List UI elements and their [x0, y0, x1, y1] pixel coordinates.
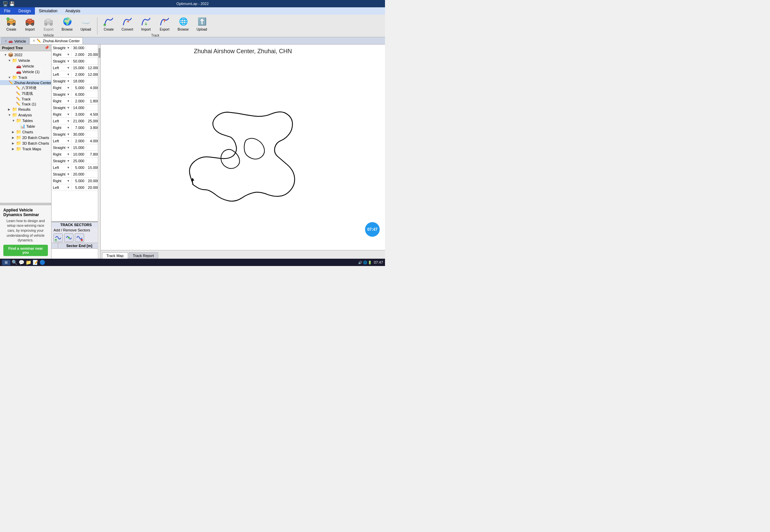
track-length-cell[interactable]: 14.000: [71, 106, 86, 110]
seminar-button[interactable]: Find a seminar near you: [3, 245, 48, 256]
tree-item-2022[interactable]: ▼ 📦 2022: [0, 52, 51, 58]
track-type-cell[interactable]: Straight▼: [52, 79, 71, 83]
type-dropdown-arrow[interactable]: ▼: [67, 93, 70, 96]
menu-file[interactable]: File: [0, 7, 14, 15]
track-type-cell[interactable]: Straight▼: [52, 59, 71, 63]
create-vehicle-button[interactable]: + Create: [3, 14, 20, 33]
track-row[interactable]: Left▼2.00012.000: [52, 71, 100, 78]
track-row[interactable]: Straight▼25.000: [52, 158, 100, 164]
zhuhai-tab-close[interactable]: ✕: [33, 39, 35, 43]
create-track-button[interactable]: + Create: [100, 14, 117, 33]
track-length-cell[interactable]: 10.000: [71, 152, 86, 156]
track-row[interactable]: Right▼7.0003.800: [52, 124, 100, 131]
upload-track-button[interactable]: ⬆️ Upload: [193, 14, 210, 33]
type-dropdown-arrow[interactable]: ▼: [67, 186, 70, 189]
type-dropdown-arrow[interactable]: ▼: [67, 46, 70, 50]
track-table[interactable]: Straight▼30.000Right▼2.00020.000Straight…: [52, 45, 100, 221]
export-track-button[interactable]: Export: [156, 14, 173, 33]
type-dropdown-arrow[interactable]: ▼: [67, 133, 70, 136]
remove-sector-button[interactable]: -: [75, 233, 84, 242]
track-type-cell[interactable]: Straight▼: [52, 159, 71, 163]
track-row[interactable]: Right▼2.0001.800: [52, 98, 100, 104]
type-dropdown-arrow[interactable]: ▼: [67, 173, 70, 176]
track-map-tab[interactable]: Track Map: [102, 252, 128, 259]
type-dropdown-arrow[interactable]: ▼: [67, 99, 70, 103]
type-dropdown-arrow[interactable]: ▼: [67, 126, 70, 129]
tree-item-track2[interactable]: ✏️ 八字环绕: [0, 85, 51, 91]
track-row[interactable]: Straight▼20.000: [52, 171, 100, 178]
track-length-cell[interactable]: 25.000: [71, 159, 86, 163]
track-row[interactable]: Left▼21.00025.000: [52, 118, 100, 124]
track-type-cell[interactable]: Left▼: [52, 119, 71, 123]
track-report-tab[interactable]: Track Report: [129, 252, 158, 259]
track-row[interactable]: Straight▼14.000: [52, 104, 100, 111]
tree-item-tables[interactable]: ▼ 📁 Tables: [0, 118, 51, 123]
wps-taskbar-icon[interactable]: 📝: [33, 260, 38, 265]
vehicle-tab-close[interactable]: ✕: [4, 39, 7, 43]
track-type-cell[interactable]: Left▼: [52, 166, 71, 170]
track-type-cell[interactable]: Straight▼: [52, 106, 71, 110]
type-dropdown-arrow[interactable]: ▼: [67, 139, 70, 143]
import-track-button[interactable]: Import: [137, 14, 155, 33]
track-type-cell[interactable]: Left▼: [52, 139, 71, 143]
track-length-cell[interactable]: 21.000: [71, 119, 86, 123]
convert-track-button[interactable]: Convert: [119, 14, 136, 33]
tree-item-3dbatch[interactable]: ▶ 📁 3D Batch Charts: [0, 140, 51, 146]
track-scrollbar[interactable]: [98, 45, 100, 259]
track-length-cell[interactable]: 15.000: [71, 66, 86, 70]
track-length-cell[interactable]: 2.000: [71, 72, 86, 76]
tab-vehicle[interactable]: ✕ 🚗 Vehicle: [1, 38, 29, 44]
track-scrollbar-thumb[interactable]: [98, 48, 100, 58]
track-row[interactable]: Left▼15.00012.000: [52, 65, 100, 71]
track-length-cell[interactable]: 2.000: [71, 99, 86, 103]
track-length-cell[interactable]: 6.000: [71, 92, 86, 96]
track-type-cell[interactable]: Right▼: [52, 126, 71, 130]
track-length-cell[interactable]: 30.000: [71, 132, 86, 136]
track-type-cell[interactable]: Right▼: [52, 112, 71, 116]
track-type-cell[interactable]: Right▼: [52, 99, 71, 103]
tree-item-charts[interactable]: ▶ 📁 Charts: [0, 129, 51, 135]
track-row[interactable]: Right▼5.00020.000: [52, 178, 100, 184]
menu-analysis[interactable]: Analysis: [62, 7, 84, 15]
track-type-cell[interactable]: Straight▼: [52, 172, 71, 176]
track-type-cell[interactable]: Straight▼: [52, 146, 71, 150]
tree-item-track4[interactable]: ✏️ Track: [0, 96, 51, 101]
type-dropdown-arrow[interactable]: ▼: [67, 179, 70, 183]
track-row[interactable]: Left▼5.00020.000: [52, 184, 100, 191]
start-button[interactable]: ⊞: [2, 260, 10, 265]
track-row[interactable]: Right▼5.0004.000: [52, 84, 100, 91]
pin-icon[interactable]: 📌: [45, 46, 49, 50]
type-dropdown-arrow[interactable]: ▼: [67, 60, 70, 63]
track-row[interactable]: Left▼2.0004.000: [52, 138, 100, 144]
app-taskbar-icon[interactable]: 🔵: [40, 260, 45, 265]
tab-zhuhai[interactable]: ✕ ✏️ Zhuhai Airshow Center: [30, 37, 82, 44]
track-length-cell[interactable]: 2.000: [71, 139, 86, 143]
track-length-cell[interactable]: 3.000: [71, 112, 86, 116]
upload-vehicle-button[interactable]: ☁️ Upload: [77, 14, 94, 33]
type-dropdown-arrow[interactable]: ▼: [67, 106, 70, 109]
track-length-cell[interactable]: 5.000: [71, 166, 86, 170]
menu-simulation[interactable]: Simulation: [35, 7, 62, 15]
type-dropdown-arrow[interactable]: ▼: [67, 146, 70, 149]
track-row[interactable]: Straight▼30.000: [52, 131, 100, 138]
tree-item-zhuhai[interactable]: ✏️ Zhuhai Airshow Center: [0, 80, 51, 85]
tree-item-2dbatch[interactable]: ▶ 📁 2D Batch Charts: [0, 135, 51, 140]
tree-item-track5[interactable]: ✏️ Track (1): [0, 101, 51, 106]
track-length-cell[interactable]: 30.000: [71, 46, 86, 50]
track-row[interactable]: Straight▼50.000: [52, 58, 100, 65]
tree-item-vehicle-1[interactable]: 🚗 Vehicle (1): [0, 69, 51, 74]
track-row[interactable]: Right▼2.00020.000: [52, 51, 100, 58]
tree-content[interactable]: ▼ 📦 2022 ▼ 📁 Vehicle 🚗 Vehicle: [0, 51, 51, 203]
track-type-cell[interactable]: Right▼: [52, 152, 71, 156]
type-dropdown-arrow[interactable]: ▼: [67, 113, 70, 116]
tree-item-vehicle[interactable]: 🚗 Vehicle: [0, 63, 51, 69]
track-length-cell[interactable]: 7.000: [71, 126, 86, 130]
type-dropdown-arrow[interactable]: ▼: [67, 153, 70, 156]
track-type-cell[interactable]: Left▼: [52, 72, 71, 76]
tree-item-track3[interactable]: ✏️ 75直线: [0, 91, 51, 96]
tree-item-analysis[interactable]: ▼ 📁 Analysis: [0, 112, 51, 118]
track-type-cell[interactable]: Left▼: [52, 186, 71, 190]
save-icon[interactable]: 💾: [9, 1, 15, 6]
browse-track-button[interactable]: 🌐 Browse: [175, 14, 192, 33]
type-dropdown-arrow[interactable]: ▼: [67, 86, 70, 89]
